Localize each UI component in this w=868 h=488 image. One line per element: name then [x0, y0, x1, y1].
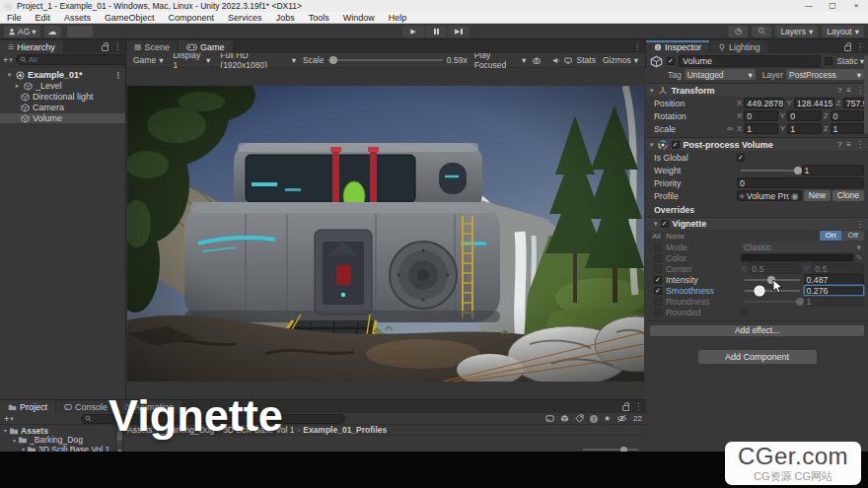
scene-menu-icon[interactable]: ⋮ [114, 71, 122, 80]
add-effect-button[interactable]: Add effect... [650, 325, 864, 336]
eye-slash-icon[interactable] [616, 414, 627, 423]
add-component-button[interactable]: Add Component [698, 350, 817, 364]
maximize-button[interactable]: ▢ [821, 0, 844, 12]
panel-menu-icon[interactable]: ⋮ [113, 42, 121, 51]
active-checkbox[interactable]: ✓ [667, 57, 675, 65]
collapse-icon[interactable]: ▾ [4, 427, 7, 434]
menu-edit[interactable]: Edit [29, 13, 58, 23]
hierarchy-search-input[interactable] [29, 55, 137, 64]
tab-hierarchy[interactable]: ☰ Hierarchy [0, 40, 64, 53]
cloud-button[interactable]: ☁ [44, 26, 61, 37]
screenshot-icon[interactable] [533, 56, 541, 65]
on-button[interactable]: On [820, 231, 842, 241]
is-global-checkbox[interactable]: ✓ [737, 154, 745, 162]
roundness-knob[interactable] [796, 298, 804, 306]
menu-services[interactable]: Services [221, 13, 269, 23]
step-button[interactable]: ▶ [448, 26, 470, 37]
smoothness-field[interactable]: 0.276 [804, 285, 865, 296]
rotation-y-field[interactable]: 0 [787, 110, 821, 121]
all-button[interactable]: All [652, 232, 661, 241]
tab-console[interactable]: Console [56, 400, 116, 413]
component-menu-icon[interactable]: ⋮ [856, 140, 864, 149]
search-by-type-icon[interactable] [545, 414, 554, 423]
vsync-icon[interactable] [564, 56, 572, 65]
layer-dropdown[interactable]: PostProcess▾ [786, 69, 864, 80]
none-button[interactable]: None [666, 232, 685, 241]
scale-knob[interactable] [329, 56, 337, 64]
stats-button[interactable]: Stats [577, 55, 596, 65]
account-dropdown[interactable]: AG ▾ [4, 26, 40, 37]
gizmos-dropdown[interactable]: Gizmos▾ [600, 55, 641, 65]
menu-file[interactable]: File [0, 13, 29, 23]
roundness-field[interactable]: 1 [804, 296, 865, 307]
post-process-volume-header[interactable]: ▾ ✓ Post-process Volume ? ≡ ⋮ [646, 137, 868, 151]
object-picker-icon[interactable]: ◉ [791, 191, 799, 201]
tab-lighting[interactable]: Lighting [710, 40, 769, 53]
display-dropdown[interactable]: Display 1▾ [170, 50, 213, 70]
help-icon[interactable]: ? [837, 140, 841, 149]
mode-dropdown[interactable]: Classic▾ [741, 242, 864, 252]
scale-y-field[interactable]: 1 [787, 123, 821, 134]
tree-item-assets[interactable]: ▾ Assets [0, 426, 115, 436]
center-x-field[interactable]: 0.5 [749, 263, 801, 274]
close-button[interactable]: × [844, 0, 868, 12]
tree-item-barking-dog[interactable]: ▾ _Barking_Dog [0, 436, 115, 446]
static-checkbox[interactable] [825, 57, 832, 65]
breadcrumb-profiles[interactable]: Example_01_Profiles [303, 425, 387, 435]
smoothness-override-checkbox[interactable]: ✓ [654, 287, 662, 295]
menu-tools[interactable]: Tools [302, 13, 336, 23]
undo-history-button[interactable]: ◷ [728, 26, 748, 37]
version-control-box[interactable] [67, 26, 93, 37]
menu-gameobject[interactable]: GameObject [98, 13, 162, 23]
help-icon[interactable]: ? [837, 86, 841, 95]
foldout-icon[interactable]: ▾ [650, 87, 654, 95]
play-button[interactable]: ▶ [402, 26, 424, 37]
foldout-icon[interactable]: ▾ [654, 220, 658, 228]
hierarchy-item-level[interactable]: ▸ _Level [0, 81, 125, 91]
pause-button[interactable] [425, 26, 447, 37]
intensity-field[interactable]: 0.487 [804, 274, 865, 285]
menu-help[interactable]: Help [382, 13, 414, 23]
lock-icon[interactable] [622, 405, 629, 411]
foldout-icon[interactable]: ▾ [650, 141, 654, 149]
scale-x-field[interactable]: 1 [744, 123, 777, 134]
play-focused-dropdown[interactable]: Play Focused▾ [471, 50, 530, 70]
gameobject-name-field[interactable] [679, 55, 821, 67]
override-menu-icon[interactable]: ⋮ [856, 220, 864, 229]
tab-inspector[interactable]: Inspector [646, 40, 710, 53]
hierarchy-item-directional-light[interactable]: Directional light [0, 92, 125, 102]
intensity-override-checkbox[interactable]: ✓ [654, 276, 662, 284]
panel-menu-icon[interactable]: ⋮ [633, 42, 641, 51]
tab-scene[interactable]: ▦ Scene [126, 40, 179, 53]
center-override-checkbox[interactable] [654, 265, 662, 273]
resolution-dropdown[interactable]: Full HD (1920x1080)▾ [217, 50, 299, 70]
color-override-checkbox[interactable] [654, 254, 662, 262]
weight-knob[interactable] [794, 167, 802, 174]
panel-menu-icon[interactable]: ⋮ [856, 42, 864, 51]
collapse-icon[interactable]: ▾ [6, 71, 13, 79]
lock-icon[interactable] [844, 45, 851, 51]
rounded-value-checkbox[interactable] [741, 309, 749, 316]
rotation-x-field[interactable]: 0 [744, 110, 777, 121]
create-add-button[interactable]: +▾ [3, 55, 13, 65]
position-y-field[interactable]: 128.4415 [794, 98, 834, 108]
package-filter-icon[interactable] [560, 414, 569, 423]
inspector-scrollbar[interactable] [864, 55, 868, 134]
constrain-proportions-icon[interactable]: ∞ [727, 124, 737, 133]
label-filter-icon[interactable] [575, 414, 584, 423]
hierarchy-search[interactable] [16, 54, 141, 65]
project-create-button[interactable]: +▾ [4, 414, 14, 424]
vignette-enabled-checkbox[interactable]: ✓ [661, 220, 669, 228]
rounded-override-checkbox[interactable] [654, 309, 662, 316]
layout-dropdown[interactable]: Layout ▾ [822, 26, 864, 37]
weight-field[interactable]: 1 [802, 165, 865, 175]
scale-z-field[interactable]: 1 [831, 123, 864, 134]
vignette-header[interactable]: ▾ ✓ Vignette ⋮ [646, 217, 868, 230]
profile-new-button[interactable]: New [804, 190, 831, 201]
tag-dropdown[interactable]: Untagged▾ [685, 69, 756, 80]
preset-icon[interactable]: ≡ [846, 140, 851, 149]
mute-audio-icon[interactable] [552, 56, 560, 65]
weight-slider[interactable] [741, 166, 798, 175]
rotation-z-field[interactable]: 0 [831, 110, 864, 121]
favorites-icon[interactable]: ★ [604, 414, 611, 423]
